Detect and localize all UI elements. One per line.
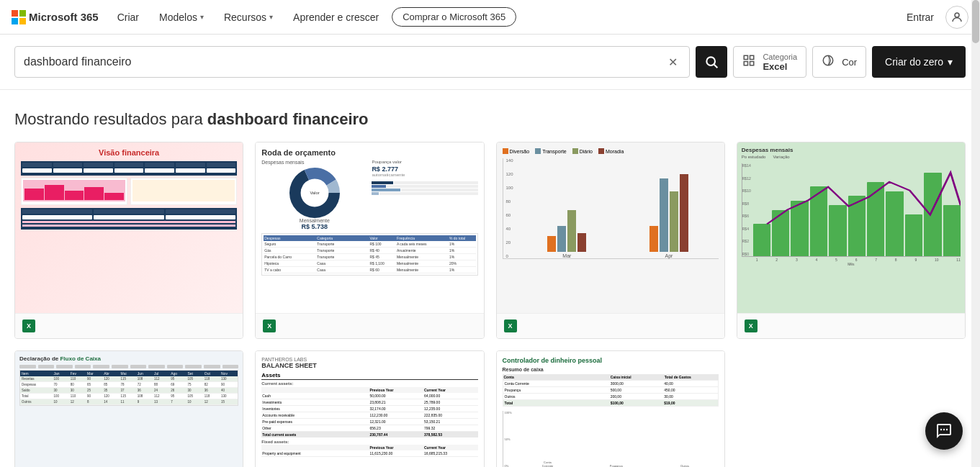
nav-modelos[interactable]: Modelos ▾: [152, 9, 211, 26]
microsoft-logo[interactable]: Microsoft 365: [12, 10, 99, 24]
ms365-label: Microsoft 365: [29, 11, 99, 23]
svg-rect-4: [750, 55, 754, 59]
category-filter[interactable]: Categoria Excel: [733, 46, 806, 78]
template-card-visao[interactable]: Visão financeira: [14, 142, 243, 339]
criar-do-zero-button[interactable]: Criar do zero ▾: [872, 46, 966, 78]
card-thumbnail-controlador: Controlador de dinheiro pessoal Resumo d…: [497, 351, 724, 467]
card-footer-roda: X: [256, 313, 483, 338]
clear-button[interactable]: ✕: [665, 53, 680, 72]
template-card-bar[interactable]: Diversão Transporte Diário Moradia 02040…: [496, 142, 725, 339]
search-button[interactable]: [696, 46, 727, 78]
nav-recursos[interactable]: Recursos ▾: [217, 9, 280, 26]
svg-point-14: [943, 429, 945, 430]
card-thumbnail-visao: Visão financeira: [15, 142, 243, 313]
svg-point-13: [940, 429, 942, 430]
user-avatar[interactable]: [945, 6, 968, 29]
excel-icon: X: [504, 319, 517, 332]
card-thumbnail-bar: Diversão Transporte Diário Moradia 02040…: [497, 142, 724, 313]
search-area: ✕ Categoria Excel: [0, 35, 980, 90]
template-card-despesas[interactable]: Despesas mensais Po estudadoVariação R$0…: [737, 142, 966, 339]
card-footer-bar: X: [497, 313, 724, 338]
search-box: ✕: [14, 46, 690, 78]
card-footer-despesas: X: [737, 313, 965, 338]
template-grid: Visão financeira: [0, 142, 980, 467]
category-icon: [742, 54, 755, 71]
svg-rect-3: [745, 55, 748, 59]
results-heading: Mostrando resultados para dashboard fina…: [0, 90, 980, 142]
color-filter[interactable]: Cor: [812, 46, 866, 78]
excel-icon: X: [22, 319, 35, 332]
entrar-link[interactable]: Entrar: [901, 9, 940, 26]
comprar-button[interactable]: Comprar o Microsoft 365: [392, 7, 516, 27]
scrollbar-thumb[interactable]: [972, 0, 979, 43]
svg-text:Valor: Valor: [310, 191, 319, 195]
svg-line-2: [714, 65, 718, 68]
card-thumbnail-balance: PANTHEROS LABS BALANCE SHEET Assets Curr…: [256, 351, 483, 467]
card-thumbnail-roda: Roda de orçamento Despesas mensais Valor: [256, 142, 483, 313]
chevron-down-icon: ▾: [200, 13, 204, 21]
card-thumbnail-fluxo: Declaração de Fluxo de Caixa ItemJanFevM…: [15, 351, 243, 467]
card-footer-visao: X: [15, 313, 243, 338]
chevron-down-icon: ▾: [269, 13, 273, 21]
card-thumbnail-despesas: Despesas mensais Po estudadoVariação R$0…: [737, 142, 965, 313]
excel-icon-alt: X: [745, 319, 758, 332]
chat-fab-button[interactable]: [925, 412, 963, 450]
svg-rect-6: [750, 61, 754, 65]
template-card-controlador[interactable]: Controlador de dinheiro pessoal Resumo d…: [496, 350, 725, 467]
chevron-down-icon: ▾: [948, 56, 953, 68]
excel-icon: X: [263, 319, 276, 332]
svg-point-15: [946, 429, 948, 430]
template-card-fluxo[interactable]: Declaração de Fluxo de Caixa ItemJanFevM…: [14, 350, 243, 467]
svg-rect-5: [745, 61, 748, 65]
svg-point-0: [955, 13, 959, 17]
search-input[interactable]: [24, 55, 665, 68]
template-card-roda[interactable]: Roda de orçamento Despesas mensais Valor: [255, 142, 484, 339]
template-card-balance[interactable]: PANTHEROS LABS BALANCE SHEET Assets Curr…: [255, 350, 484, 467]
nav-aprender[interactable]: Aprender e crescer: [286, 9, 386, 26]
scrollbar[interactable]: [971, 0, 980, 467]
svg-point-1: [707, 57, 716, 65]
top-navigation: Microsoft 365 Criar Modelos ▾ Recursos ▾…: [0, 0, 980, 35]
nav-criar[interactable]: Criar: [110, 9, 146, 26]
color-icon: [822, 54, 835, 71]
